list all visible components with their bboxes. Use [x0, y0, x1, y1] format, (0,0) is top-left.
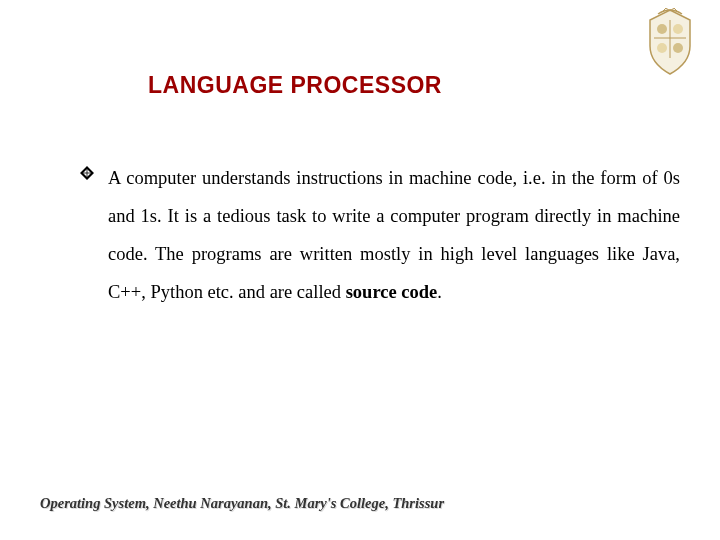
page-title: LANGUAGE PROCESSOR	[148, 72, 442, 99]
bullet-item: A computer understands instructions in m…	[80, 160, 680, 312]
svg-point-4	[657, 43, 667, 53]
svg-point-3	[673, 24, 683, 34]
svg-point-5	[673, 43, 683, 53]
content-area: A computer understands instructions in m…	[80, 160, 680, 312]
body-text-bold: source code	[346, 282, 438, 302]
body-text-part2: .	[437, 282, 442, 302]
svg-point-2	[657, 24, 667, 34]
crest-logo	[640, 8, 700, 78]
footer-text: Operating System, Neethu Narayanan, St. …	[40, 495, 444, 512]
diamond-bullet-icon	[80, 166, 94, 180]
body-paragraph: A computer understands instructions in m…	[108, 160, 680, 312]
